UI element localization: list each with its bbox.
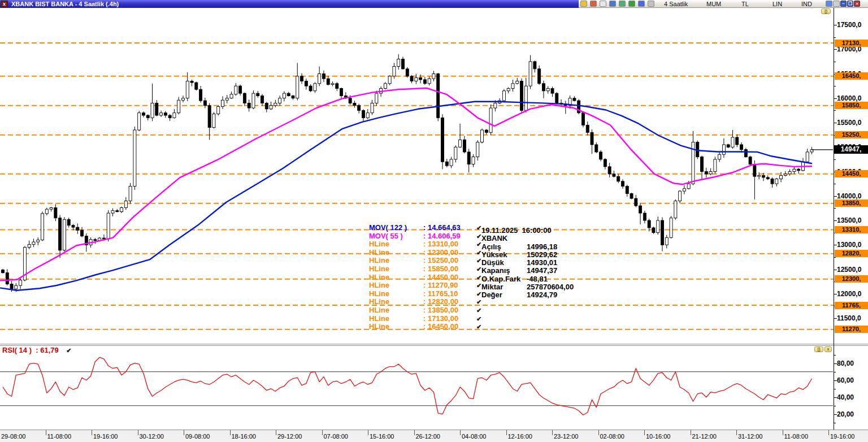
rsi-close-button[interactable]: x bbox=[824, 346, 832, 352]
legend-indicator-name: HLine bbox=[369, 265, 423, 273]
chart-maximize-button[interactable]: [] bbox=[821, 8, 831, 14]
time-axis[interactable]: 29-08:0011-08:0019-16:0030-12:0009-08:00… bbox=[0, 430, 868, 442]
legend-indicator-name: MOV( 122 ) bbox=[369, 223, 423, 232]
bar-chart-red-icon[interactable] bbox=[590, 1, 597, 7]
legend-check-icon[interactable]: ✔ bbox=[476, 224, 481, 232]
candlestick-chart-icon[interactable] bbox=[580, 1, 587, 7]
rsi-chart[interactable] bbox=[0, 346, 834, 430]
legend-indicator-name: HLine bbox=[369, 273, 423, 281]
legend-indicator-value: : 17130,00 bbox=[423, 314, 471, 323]
crosshair-icon[interactable] bbox=[638, 1, 645, 7]
legend-check-icon[interactable]: ✔ bbox=[476, 282, 481, 289]
legend-indicator-value: : 14450,00 bbox=[423, 273, 471, 281]
settings-tools-icon[interactable] bbox=[833, 1, 840, 7]
hline-price-box[interactable]: 13310, bbox=[835, 226, 868, 233]
axis-price-label: 13000,0 bbox=[837, 241, 861, 249]
legend-indicator-value: : 14.664,63 bbox=[423, 223, 471, 232]
time-axis-tick bbox=[184, 430, 184, 435]
send-arrow-icon[interactable] bbox=[826, 1, 832, 7]
hline-price-box[interactable]: 14450, bbox=[835, 170, 868, 177]
scale-dropdown[interactable]: LIN bbox=[772, 0, 782, 8]
legend-indicator-value: : 12300,00 bbox=[423, 248, 471, 257]
minimize-button[interactable]: − bbox=[840, 1, 847, 7]
time-axis-label: 11-08:00 bbox=[784, 433, 809, 440]
legend-check-icon[interactable]: ✔ bbox=[476, 298, 481, 306]
close-button[interactable]: × bbox=[854, 1, 860, 7]
hline-price-box[interactable]: 11270, bbox=[835, 326, 868, 333]
hline-price-box[interactable]: 13850, bbox=[835, 200, 868, 207]
indicator-dropdown[interactable]: IND bbox=[801, 0, 812, 8]
area-chart-icon[interactable] bbox=[619, 1, 626, 7]
rsi-axis-tick bbox=[834, 406, 836, 406]
time-axis-label: 21-12:00 bbox=[692, 433, 717, 440]
quote-value: -48,81 bbox=[527, 275, 548, 283]
currency-dropdown[interactable]: TL bbox=[741, 0, 749, 8]
rsi-axis-label: 40,00 bbox=[837, 393, 854, 401]
rsi-panel[interactable] bbox=[0, 346, 868, 430]
chart-window: x XBANK BIST BANKA - 4 Saatlik (.4h) 4 S… bbox=[0, 0, 868, 442]
quote-info-row: Kapanış14947,37 bbox=[481, 266, 574, 274]
legend-check-icon[interactable]: ✔ bbox=[476, 241, 481, 248]
quote-symbol: XBANK bbox=[481, 234, 574, 242]
hline-price-box[interactable]: 15250, bbox=[835, 131, 868, 138]
hline-price-box[interactable]: 17130, bbox=[835, 40, 868, 47]
quote-label: Miktar bbox=[481, 283, 527, 291]
hline-price-box[interactable]: 12820, bbox=[835, 250, 868, 257]
hline-price-box[interactable]: 16450, bbox=[835, 72, 868, 80]
legend-row: HLine: 13850,00✔ bbox=[369, 306, 481, 314]
legend-indicator-name: MOV( 55 ) bbox=[369, 232, 423, 240]
pencil-icon[interactable] bbox=[628, 1, 635, 7]
quote-info-row: Miktar257870604,00 bbox=[481, 283, 574, 291]
hline-price-box[interactable]: 11765, bbox=[835, 302, 868, 309]
time-axis-tick bbox=[644, 430, 645, 435]
legend-indicator-name: HLine bbox=[369, 306, 423, 314]
axis-price-label: 12000,0 bbox=[837, 290, 861, 298]
legend-check-icon[interactable]: ✔ bbox=[476, 257, 481, 265]
matrix-icon[interactable] bbox=[609, 1, 616, 7]
legend-check-icon[interactable]: ✔ bbox=[476, 266, 481, 273]
restore-button[interactable]: ❐ bbox=[847, 1, 853, 7]
time-axis-tick bbox=[598, 430, 599, 435]
time-axis-tick bbox=[506, 430, 507, 435]
legend-indicator-value: : 12820,00 bbox=[423, 297, 471, 306]
legend-check-icon[interactable]: ✔ bbox=[476, 315, 481, 323]
rsi-check-icon[interactable]: ✔ bbox=[66, 347, 71, 354]
time-axis-tick bbox=[276, 430, 276, 435]
window-close-icon[interactable]: x bbox=[1, 1, 8, 7]
legend-check-icon[interactable]: ✔ bbox=[476, 291, 481, 298]
legend-row: HLine: 15250,00✔ bbox=[369, 256, 481, 265]
axis-minor-tick bbox=[834, 184, 836, 184]
legend-indicator-name: HLine bbox=[369, 248, 423, 257]
hline-price-box[interactable]: 12300, bbox=[835, 275, 868, 283]
legend-row: HLine: 14450,00✔ bbox=[369, 273, 481, 281]
series-type-dropdown[interactable]: MUM bbox=[706, 0, 721, 8]
hline-price-box[interactable]: 15850, bbox=[835, 102, 868, 109]
period-dropdown[interactable]: 4 Saatlik bbox=[664, 0, 688, 8]
axis-minor-tick bbox=[834, 62, 836, 62]
legend-check-icon[interactable]: ✔ bbox=[476, 307, 481, 314]
wave-icon[interactable] bbox=[648, 1, 654, 7]
foreks-logo-icon[interactable] bbox=[600, 1, 606, 7]
legend-check-icon[interactable]: ✔ bbox=[476, 233, 481, 240]
legend-row: MOV( 122 ): 14.664,63✔ bbox=[369, 223, 481, 232]
rsi-axis-tick bbox=[834, 389, 836, 389]
axis-price-label: 13500,0 bbox=[837, 216, 861, 224]
time-axis-label: 26-12:00 bbox=[416, 433, 440, 440]
rsi-maximize-button[interactable]: [] bbox=[814, 346, 823, 352]
legend-row: HLine: 11765,10✔ bbox=[369, 289, 481, 298]
legend-check-icon[interactable]: ✔ bbox=[476, 249, 481, 257]
time-axis-label: 29-08:00 bbox=[1, 433, 25, 440]
quote-label: Kapanış bbox=[481, 266, 527, 275]
rsi-axis-tick bbox=[834, 372, 836, 372]
quote-label: Değer bbox=[481, 291, 527, 299]
legend-check-icon[interactable]: ✔ bbox=[476, 323, 481, 331]
time-axis-label: 31-12:00 bbox=[738, 433, 762, 440]
quote-info-row: O.Kap.Fark-48,81 bbox=[481, 275, 574, 283]
legend-indicator-name: HLine bbox=[369, 297, 423, 306]
legend-indicator-name: HLine bbox=[369, 289, 423, 298]
legend-check-icon[interactable]: ✔ bbox=[476, 274, 481, 281]
quote-label: Düşük bbox=[481, 258, 527, 267]
rsi-axis-tick bbox=[834, 423, 836, 423]
time-axis-tick bbox=[46, 430, 46, 435]
time-axis-tick bbox=[736, 430, 737, 435]
